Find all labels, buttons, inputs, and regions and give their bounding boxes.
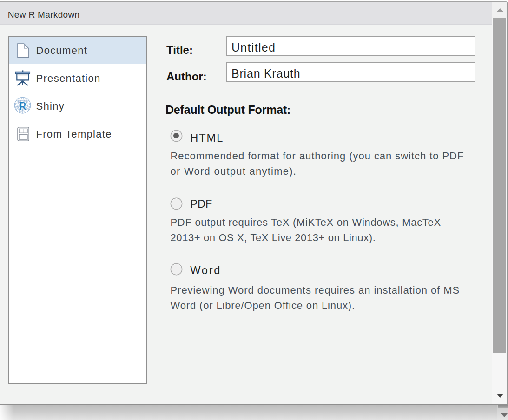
svg-text:R: R [19,99,27,113]
